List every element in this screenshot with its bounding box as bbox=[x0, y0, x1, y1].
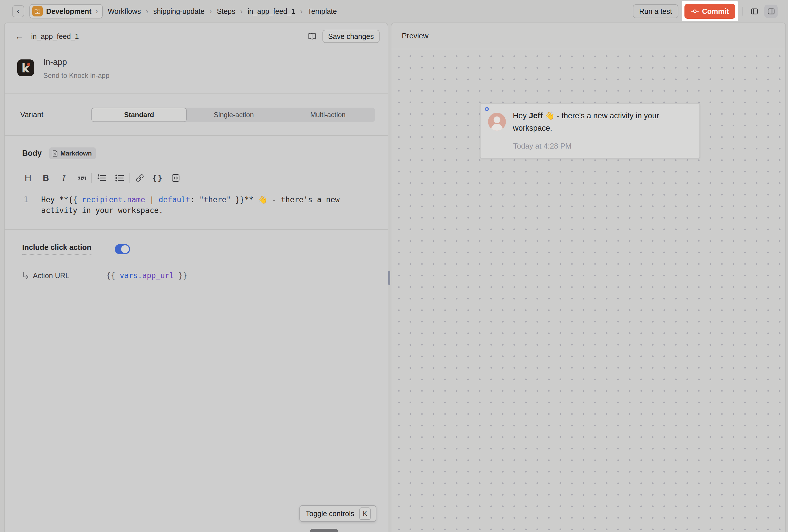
variable-braces-icon[interactable]: {} bbox=[149, 172, 167, 184]
knock-template-editor-window: { "topbar": { "back_icon": "‹", "environ… bbox=[0, 0, 788, 532]
toggle-left-panel-button[interactable] bbox=[748, 5, 761, 18]
person-icon bbox=[488, 113, 506, 131]
breadcrumb-steps[interactable]: Steps bbox=[217, 7, 235, 16]
breadcrumb: Workflows › shipping-update › Steps › in… bbox=[108, 7, 337, 16]
variant-option-multi-action[interactable]: Multi-action bbox=[281, 107, 375, 122]
toggle-controls-label: Toggle controls bbox=[306, 510, 354, 518]
variant-segmented-control: Standard Single-action Multi-action bbox=[92, 107, 375, 122]
code-token: vars. bbox=[120, 271, 142, 280]
link-icon[interactable] bbox=[131, 172, 149, 184]
environment-selector[interactable]: Development › bbox=[29, 4, 103, 18]
preview-panel: Preview Hey Jeff 👋 - there's a new activ… bbox=[391, 22, 786, 532]
formatting-toolbar: H B I ”” bbox=[19, 172, 388, 184]
chevron-left-icon: ‹ bbox=[17, 7, 19, 15]
step-name: in_app_feed_1 bbox=[31, 32, 79, 41]
recipient-name: Jeff bbox=[529, 111, 543, 120]
preview-canvas: Hey Jeff 👋 - there's a new activity in y… bbox=[391, 50, 785, 532]
markdown-file-icon bbox=[52, 150, 58, 157]
include-click-action-toggle[interactable] bbox=[115, 244, 130, 254]
code-token: app_url bbox=[142, 271, 174, 280]
save-changes-label: Save changes bbox=[328, 32, 374, 41]
breadcrumb-workflows[interactable]: Workflows bbox=[108, 7, 141, 16]
blockquote-icon[interactable]: ”” bbox=[73, 172, 91, 184]
variant-option-label: Multi-action bbox=[310, 111, 346, 119]
body-code-editor[interactable]: 1 Hey **{{ recipient.name | default: "th… bbox=[5, 194, 388, 216]
code-block-icon[interactable] bbox=[167, 172, 184, 184]
panel-resize-handle[interactable] bbox=[388, 271, 390, 285]
code-line: Hey **{{ recipient.name | default: "ther… bbox=[41, 194, 380, 216]
notification-timestamp: Today at 4:28 PM bbox=[513, 142, 571, 151]
breadcrumb-template[interactable]: Template bbox=[308, 7, 337, 16]
action-url-label: Action URL bbox=[33, 272, 106, 280]
toggle-right-panel-button[interactable] bbox=[764, 5, 777, 18]
toggle-knob bbox=[121, 245, 129, 253]
breadcrumb-step-name[interactable]: in_app_feed_1 bbox=[248, 7, 295, 16]
code-token: : bbox=[190, 195, 199, 204]
corner-down-right-arrow-icon bbox=[22, 272, 33, 279]
toolbar-divider bbox=[130, 173, 130, 183]
preview-header: Preview bbox=[391, 23, 785, 49]
environment-name: Development bbox=[46, 7, 92, 16]
breadcrumb-workflow-name[interactable]: shipping-update bbox=[153, 7, 204, 16]
heading-icon[interactable]: H bbox=[19, 172, 37, 184]
unordered-list-icon[interactable] bbox=[111, 172, 129, 184]
run-a-test-button[interactable]: Run a test bbox=[633, 4, 678, 18]
italic-icon[interactable]: I bbox=[55, 172, 73, 184]
preview-title: Preview bbox=[402, 32, 428, 40]
notification-message: Hey Jeff 👋 - there's a new activity in y… bbox=[513, 110, 683, 135]
channel-subtitle: Send to Knock in-app bbox=[43, 72, 110, 80]
commit-button-highlight: Commit bbox=[682, 1, 738, 21]
variant-option-label: Standard bbox=[124, 111, 154, 119]
code-token: recipient. bbox=[82, 195, 127, 204]
keyboard-shortcut-badge: K bbox=[359, 508, 371, 520]
bold-icon[interactable]: B bbox=[37, 172, 55, 184]
include-click-action-label: Include click action bbox=[22, 243, 92, 255]
variant-option-single-action[interactable]: Single-action bbox=[186, 107, 281, 122]
avatar bbox=[488, 113, 506, 131]
editor-panel-header: ← in_app_feed_1 Save changes bbox=[5, 23, 388, 50]
docs-book-icon[interactable] bbox=[308, 32, 317, 41]
commit-icon bbox=[691, 9, 699, 14]
bottom-tooltip-partial bbox=[310, 529, 338, 532]
run-a-test-label: Run a test bbox=[639, 7, 672, 16]
breadcrumb-separator: › bbox=[300, 7, 303, 16]
action-url-value[interactable]: {{ vars.app_url }} bbox=[106, 271, 188, 280]
commit-label: Commit bbox=[702, 7, 729, 16]
breadcrumb-separator: › bbox=[210, 7, 212, 16]
breadcrumb-separator: › bbox=[146, 7, 149, 16]
breadcrumb-separator: › bbox=[240, 7, 243, 16]
commit-button[interactable]: Commit bbox=[685, 4, 735, 19]
knock-logo-dot bbox=[27, 63, 30, 66]
folder-icon bbox=[32, 6, 43, 16]
back-arrow-icon[interactable]: ← bbox=[15, 32, 24, 41]
chevron-right-icon: › bbox=[95, 7, 99, 16]
top-bar-actions: Run a test Commit bbox=[633, 1, 777, 21]
code-token: }} bbox=[174, 271, 188, 280]
markdown-format-badge[interactable]: Markdown bbox=[49, 147, 96, 159]
channel-info: k In-app Send to Knock in-app bbox=[5, 50, 388, 94]
channel-title: In-app bbox=[43, 57, 110, 67]
variant-option-label: Single-action bbox=[214, 111, 254, 119]
body-label: Body bbox=[22, 149, 42, 158]
action-url-row: Action URL {{ vars.app_url }} bbox=[22, 271, 388, 280]
back-button[interactable]: ‹ bbox=[12, 5, 24, 17]
message-prefix: Hey bbox=[513, 111, 529, 120]
layout-right-panel-icon bbox=[767, 7, 775, 15]
code-token: default bbox=[159, 195, 190, 204]
code-token: "there" bbox=[199, 195, 231, 204]
code-token: Hey **{{ bbox=[41, 195, 82, 204]
unread-indicator bbox=[485, 107, 489, 111]
save-changes-button[interactable]: Save changes bbox=[322, 30, 379, 43]
variant-option-standard[interactable]: Standard bbox=[92, 107, 186, 122]
notification-preview-card[interactable]: Hey Jeff 👋 - there's a new activity in y… bbox=[480, 103, 700, 158]
code-token: name bbox=[127, 195, 145, 204]
markdown-badge-label: Markdown bbox=[61, 150, 92, 157]
code-token: | bbox=[145, 195, 159, 204]
layout-left-panel-icon bbox=[750, 7, 758, 15]
code-token: {{ bbox=[106, 271, 120, 280]
top-bar: ‹ Development › Workflows › shipping-upd… bbox=[0, 0, 788, 22]
toggle-controls-button[interactable]: Toggle controls K bbox=[299, 505, 376, 522]
body-editor-section: Body Markdown H B I ”” bbox=[5, 136, 388, 229]
toolbar-divider bbox=[743, 7, 743, 16]
ordered-list-icon[interactable] bbox=[93, 172, 111, 184]
